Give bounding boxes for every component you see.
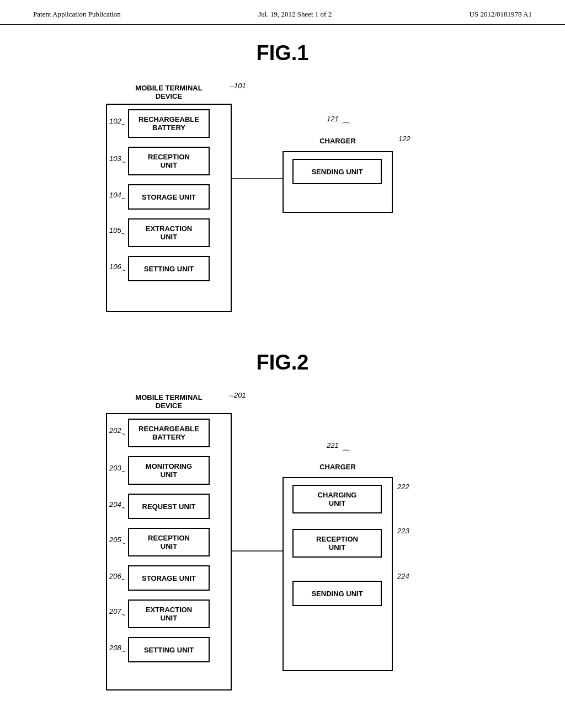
ref-103: 103 xyxy=(109,154,121,163)
fig2-mobile-terminal-label: MOBILE TERMINALDEVICE xyxy=(106,390,232,414)
fig2-comp-205: RECEPTIONUNIT xyxy=(128,528,210,556)
fig2-comp-207: EXTRACTIONUNIT xyxy=(128,599,210,628)
ref-102: 102 xyxy=(109,117,121,125)
ref-224: 224 xyxy=(397,572,409,580)
fig2-comp-206: STORAGE UNIT xyxy=(128,565,210,591)
fig2-section: FIG.2 MOBILE TERMINALDEVICE 201 ⌒ RECHAR… xyxy=(0,351,565,715)
fig1-comp-102: RECHARGEABLEBATTERY xyxy=(128,109,210,138)
header-left: Patent Application Publication xyxy=(33,10,121,19)
ref-221: 221 xyxy=(327,441,339,449)
header-center: Jul. 19, 2012 Sheet 1 of 2 xyxy=(258,10,332,19)
fig2-diagram: MOBILE TERMINALDEVICE 201 ⌒ RECHARGEABLE… xyxy=(89,384,476,715)
fig1-diagram: MOBILE TERMINALDEVICE 101 ⌒ RECHARGEABLE… xyxy=(89,75,476,334)
ref-101: 101 xyxy=(234,82,246,90)
fig2-charger-sending-unit: SENDING UNIT xyxy=(292,581,382,606)
ref-201: 201 xyxy=(234,391,246,399)
fig1-comp-105: EXTRACTIONUNIT xyxy=(128,218,210,247)
fig2-charging-unit: CHARGINGUNIT xyxy=(292,485,382,513)
ref-206: 206 xyxy=(109,572,121,580)
ref-106: 106 xyxy=(109,263,121,271)
fig1-comp-106: SETTING UNIT xyxy=(128,256,210,281)
fig1-charger-label: CHARGER xyxy=(282,130,393,152)
fig2-comp-208: SETTING UNIT xyxy=(128,637,210,662)
fig2-comp-202: RECHARGEABLEBATTERY xyxy=(128,419,210,447)
fig2-charger-label: CHARGER xyxy=(282,456,393,478)
ref-223: 223 xyxy=(397,527,409,535)
fig1-comp-104: STORAGE UNIT xyxy=(128,184,210,210)
ref-203: 203 xyxy=(109,464,121,472)
fig2-title: FIG.2 xyxy=(0,351,565,374)
ref-122: 122 xyxy=(398,135,411,143)
ref-105: 105 xyxy=(109,226,121,234)
ref-204: 204 xyxy=(109,500,121,508)
page-header: Patent Application Publication Jul. 19, … xyxy=(0,0,565,25)
ref-208: 208 xyxy=(109,644,121,652)
fig2-comp-203: MONITORINGUNIT xyxy=(128,456,210,485)
ref-121: 121 xyxy=(327,115,339,123)
header-right: US 2012/0181978 A1 xyxy=(470,10,532,19)
ref-207: 207 xyxy=(109,607,121,615)
ref-222: 222 xyxy=(397,483,409,491)
mobile-terminal-label: MOBILE TERMINALDEVICE xyxy=(106,81,232,105)
fig2-charger-reception-unit: RECEPTIONUNIT xyxy=(292,529,382,558)
ref-104: 104 xyxy=(109,191,121,199)
ref-205: 205 xyxy=(109,536,121,544)
fig1-section: FIG.1 MOBILE TERMINALDEVICE 101 ⌒ RECHAR… xyxy=(0,41,565,334)
ref-202: 202 xyxy=(109,426,121,435)
fig1-sending-unit: SENDING UNIT xyxy=(292,159,382,184)
fig2-comp-204: REQUEST UNIT xyxy=(128,494,210,519)
fig1-comp-103: RECEPTIONUNIT xyxy=(128,147,210,175)
fig1-title: FIG.1 xyxy=(0,41,565,65)
